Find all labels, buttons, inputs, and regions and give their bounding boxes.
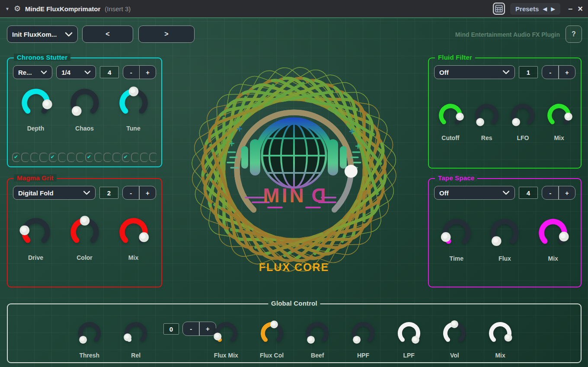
- knob-mix[interactable]: Mix: [545, 102, 573, 141]
- knob-label: Cutoff: [441, 134, 459, 141]
- step-toggle-4[interactable]: [39, 153, 47, 162]
- stutter-mode-select[interactable]: Re...: [13, 65, 52, 79]
- plugin-body: Init FluxKom... < > Mind Entertainment A…: [0, 17, 588, 367]
- stutter-mode-value: Re...: [18, 69, 32, 76]
- stutter-count-value[interactable]: 4: [100, 66, 119, 78]
- stutter-division-select[interactable]: 1/4: [56, 65, 96, 79]
- step-toggle-9[interactable]: ✔: [85, 153, 93, 162]
- knob-label: Rel: [131, 352, 141, 359]
- filter-mode-select[interactable]: Off: [434, 65, 515, 79]
- increment-button[interactable]: +: [559, 186, 575, 199]
- increment-button[interactable]: +: [140, 66, 156, 79]
- flux-core-caption: FLUX CORE: [182, 261, 406, 274]
- grit-mode-select[interactable]: Digital Fold: [13, 186, 96, 200]
- flux-core-knob[interactable]: MIND: [182, 57, 406, 282]
- decrement-button[interactable]: -: [123, 186, 139, 199]
- knob-thresh[interactable]: Thresh: [76, 320, 103, 359]
- close-button[interactable]: ×: [578, 4, 583, 13]
- step-sequencer: ✔✔✔✔: [12, 153, 157, 162]
- preset-selector-value: Init FluxKom...: [12, 31, 57, 38]
- chevron-down-icon: [41, 70, 47, 74]
- grit-count-stepper: - +: [122, 186, 156, 200]
- presets-label: Presets: [515, 5, 539, 13]
- knob-depth[interactable]: Depth: [19, 86, 53, 132]
- flux-core-thumb[interactable]: [345, 165, 358, 178]
- step-toggle-3[interactable]: [30, 153, 38, 162]
- step-toggle-13[interactable]: ✔: [122, 153, 130, 162]
- increment-button[interactable]: +: [559, 66, 575, 79]
- preset-grid-button[interactable]: [493, 3, 505, 15]
- knob-rel[interactable]: Rel: [122, 320, 149, 359]
- svg-text:D: D: [311, 184, 326, 207]
- global-flux-count-value[interactable]: 0: [163, 323, 179, 335]
- step-toggle-12[interactable]: [112, 153, 120, 162]
- step-toggle-11[interactable]: [103, 153, 111, 162]
- step-toggle-7[interactable]: [67, 153, 75, 162]
- preset-next-button[interactable]: >: [138, 26, 195, 43]
- knob-flux[interactable]: Flux: [488, 216, 521, 262]
- knob-drive[interactable]: Drive: [19, 215, 53, 261]
- window-titlebar: ▼ ⚙ MindE FluxKomprimator (Insert 3) Pre…: [0, 0, 588, 17]
- step-toggle-14[interactable]: [131, 153, 139, 162]
- preset-selector[interactable]: Init FluxKom...: [7, 26, 78, 43]
- knob-flux-col[interactable]: Flux Col: [259, 320, 285, 359]
- filter-count-value[interactable]: 1: [519, 66, 538, 78]
- knob-mix[interactable]: Mix: [487, 320, 514, 359]
- window-instance-label: (Insert 3): [105, 5, 131, 13]
- window-title: MindE FluxKomprimator: [25, 5, 100, 13]
- increment-button[interactable]: +: [140, 186, 156, 199]
- step-toggle-2[interactable]: [21, 153, 29, 162]
- knob-label: HPF: [357, 352, 369, 359]
- minimize-button[interactable]: –: [568, 7, 572, 11]
- preset-next-icon[interactable]: ▶: [551, 6, 555, 12]
- decrement-button[interactable]: -: [542, 186, 558, 199]
- preset-prev-icon[interactable]: ◀: [543, 6, 547, 12]
- panel-fluid-filter: Fluid Filter Off 1 - + CutoffResLFOMix: [428, 57, 582, 169]
- knob-label: Tune: [126, 125, 140, 132]
- settings-gear-icon[interactable]: ⚙: [14, 5, 21, 13]
- chevron-down-icon: [65, 32, 73, 37]
- step-toggle-10[interactable]: [94, 153, 102, 162]
- window-menu-caret-icon[interactable]: ▼: [5, 6, 10, 11]
- magma-controls-row: Digital Fold 2 - +: [13, 186, 156, 200]
- step-toggle-6[interactable]: [58, 153, 66, 162]
- knob-label: Mix: [554, 134, 564, 141]
- decrement-button[interactable]: -: [183, 322, 199, 335]
- step-toggle-1[interactable]: ✔: [12, 153, 20, 162]
- knob-lfo[interactable]: LFO: [509, 102, 537, 141]
- panel-tape-space: Tape Space Off 4 - + TimeFluxMix: [428, 178, 582, 287]
- chevron-down-icon: [83, 191, 90, 195]
- knob-res[interactable]: Res: [473, 102, 501, 141]
- brand-label: Mind Entertainment Audio FX Plugin: [368, 31, 560, 38]
- space-count-value[interactable]: 4: [519, 187, 538, 199]
- step-toggle-15[interactable]: [140, 153, 148, 162]
- knob-mix[interactable]: Mix: [117, 215, 150, 261]
- panel-magma-grit: Magma Grit Digital Fold 2 - + DriveColor…: [7, 178, 162, 287]
- preset-prev-button[interactable]: <: [82, 26, 133, 43]
- step-toggle-8[interactable]: [76, 153, 84, 162]
- decrement-button[interactable]: -: [123, 66, 139, 79]
- step-toggle-5[interactable]: ✔: [49, 153, 57, 162]
- step-toggle-16[interactable]: [149, 153, 157, 162]
- chronos-controls-row: Re... 1/4 4 - +: [13, 65, 156, 79]
- knob-vol[interactable]: Vol: [441, 320, 468, 359]
- knob-time[interactable]: Time: [440, 216, 473, 262]
- chevron-down-icon: [502, 191, 510, 195]
- filter-mode-value: Off: [439, 69, 449, 76]
- knob-flux-mix[interactable]: Flux Mix: [213, 320, 240, 359]
- knob-hpf[interactable]: HPF: [350, 320, 377, 359]
- knob-mix[interactable]: Mix: [536, 216, 570, 262]
- help-button[interactable]: ?: [566, 26, 582, 43]
- knob-label: Flux Col: [260, 352, 284, 359]
- knob-label: Res: [481, 134, 492, 141]
- knob-chaos[interactable]: Chaos: [68, 86, 102, 132]
- knob-cutoff[interactable]: Cutoff: [437, 102, 464, 141]
- knob-beef[interactable]: Beef: [304, 320, 331, 359]
- knob-lpf[interactable]: LPF: [396, 320, 422, 359]
- knob-color[interactable]: Color: [68, 215, 102, 261]
- decrement-button[interactable]: -: [542, 66, 558, 79]
- space-mode-select[interactable]: Off: [434, 186, 515, 200]
- knob-tune[interactable]: Tune: [117, 86, 150, 132]
- grit-count-value[interactable]: 2: [99, 187, 118, 199]
- panel-global-control: Global Control ThreshRel 0 - + Flux MixF…: [7, 303, 582, 363]
